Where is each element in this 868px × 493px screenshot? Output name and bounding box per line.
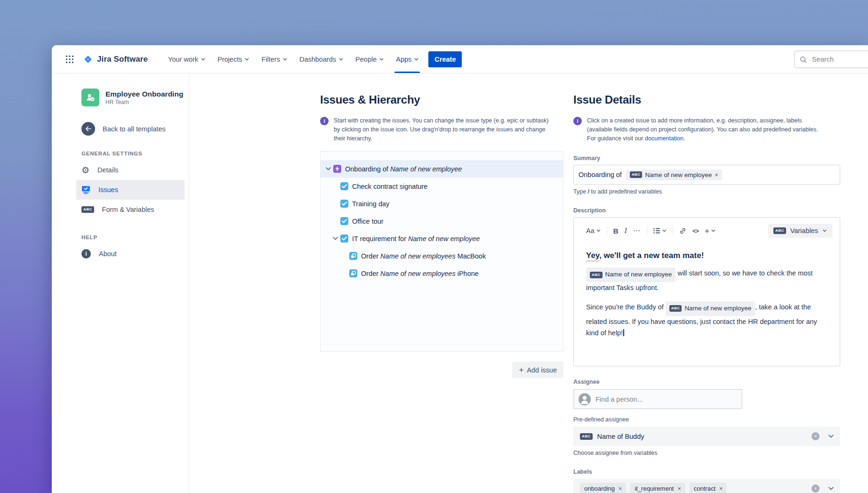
tree-row-it-requirement[interactable]: IT requirement for Name of new employee bbox=[321, 230, 563, 247]
nav-people[interactable]: People bbox=[349, 45, 390, 73]
nav-dashboards[interactable]: Dashboards bbox=[293, 45, 349, 73]
code-button[interactable]: <> bbox=[692, 227, 699, 234]
remove-chip-icon[interactable]: × bbox=[719, 485, 723, 492]
chevron-down-icon[interactable] bbox=[828, 435, 834, 438]
project-avatar-icon bbox=[81, 89, 99, 106]
gear-icon: ⚙ bbox=[81, 166, 89, 175]
text-style-button[interactable]: Aa bbox=[586, 227, 601, 234]
chevron-down-icon bbox=[822, 229, 827, 232]
issue-label: Order Name of new employees MacBook bbox=[361, 252, 486, 260]
remove-chip-icon[interactable]: × bbox=[619, 485, 622, 492]
sidebar-item-about[interactable]: i About bbox=[76, 244, 185, 264]
sidebar-item-issues[interactable]: Issues bbox=[76, 180, 185, 200]
avatar-icon bbox=[579, 393, 591, 405]
tree-row-order-iphone[interactable]: Order Name of new employees iPhone bbox=[321, 265, 563, 282]
nav-dashboards-label: Dashboards bbox=[299, 56, 336, 63]
description-paragraph-1: ABCName of new employee will start soon,… bbox=[586, 267, 828, 294]
abc-badge-icon: ABC bbox=[81, 206, 94, 213]
app-switcher-icon[interactable] bbox=[62, 52, 77, 67]
select-controls: × bbox=[812, 432, 834, 440]
assignee-search-field[interactable]: Find a person... bbox=[573, 389, 742, 409]
epic-icon[interactable] bbox=[333, 165, 341, 173]
issue-label: Onboarding of Name of new employee bbox=[345, 165, 462, 173]
variable-chip[interactable]: ABC Name of new employee × bbox=[626, 170, 722, 180]
task-icon[interactable] bbox=[340, 200, 348, 208]
add-issue-label: Add issue bbox=[527, 366, 557, 374]
paragraph-text: Since you're the Buddy of bbox=[586, 303, 666, 311]
toolbar-divider bbox=[673, 226, 673, 235]
issue-details-section: Issue Details i Click on a created issue… bbox=[573, 73, 840, 493]
label-chip-it-requirement[interactable]: it_requirement × bbox=[630, 483, 685, 493]
insert-button[interactable]: + bbox=[705, 227, 715, 235]
task-icon[interactable] bbox=[340, 234, 348, 242]
search-input[interactable] bbox=[811, 55, 868, 64]
plus-icon: + bbox=[519, 366, 523, 374]
sidebar-item-form-variables[interactable]: ABC Form & Variables bbox=[76, 200, 185, 219]
nav-apps[interactable]: Apps bbox=[390, 45, 425, 73]
variable-chip-label: Name of new employee bbox=[605, 269, 672, 280]
abc-badge-icon: ABC bbox=[630, 171, 643, 178]
chevron-down-icon[interactable] bbox=[324, 167, 332, 170]
select-controls: × bbox=[812, 485, 834, 493]
issues-info-row: i Start with creating the issues. You ca… bbox=[320, 116, 563, 143]
link-button[interactable] bbox=[679, 227, 686, 234]
more-formatting-icon[interactable]: ⋯ bbox=[633, 226, 641, 235]
issue-text: Order bbox=[361, 252, 380, 260]
summary-input[interactable]: Onboarding of ABC Name of new employee × bbox=[573, 165, 840, 185]
issue-text: Office tour bbox=[352, 218, 384, 225]
tree-row-office-tour[interactable]: Office tour bbox=[321, 212, 563, 230]
variable-chip[interactable]: ABCName of new employee bbox=[586, 267, 675, 282]
documentation-link[interactable]: documentation bbox=[645, 135, 683, 142]
nav-filters[interactable]: Filters bbox=[255, 45, 293, 73]
italic-button[interactable]: I bbox=[625, 226, 627, 235]
clear-icon[interactable]: × bbox=[812, 485, 820, 493]
nav-your-work[interactable]: Your work bbox=[162, 45, 211, 73]
tree-row-training-day[interactable]: Training day bbox=[321, 195, 563, 212]
task-icon[interactable] bbox=[340, 182, 348, 190]
details-info-row: i Click on a created issue to add more i… bbox=[573, 116, 840, 143]
chevron-down-icon bbox=[414, 58, 418, 61]
text-cursor bbox=[623, 329, 624, 336]
sidebar-item-details[interactable]: ⚙ Details bbox=[76, 160, 185, 180]
jira-logo[interactable]: Jira Software bbox=[83, 54, 148, 65]
issue-variable: Name of new employees bbox=[380, 270, 456, 277]
project-name: Employee Onboarding bbox=[105, 89, 183, 98]
list-button[interactable] bbox=[653, 228, 667, 234]
plus-icon: + bbox=[705, 227, 709, 235]
chevron-down-icon bbox=[379, 58, 384, 61]
tree-row-order-macbook[interactable]: Order Name of new employees MacBook bbox=[321, 247, 563, 265]
labels-select[interactable]: onboarding × it_requirement × contract × bbox=[573, 479, 840, 493]
issue-text: Training day bbox=[352, 200, 389, 208]
label-chip-onboarding[interactable]: onboarding × bbox=[580, 483, 626, 493]
task-icon[interactable] bbox=[340, 217, 348, 225]
abc-badge-icon: ABC bbox=[580, 433, 593, 440]
summary-helper: Type / to add predefined variables bbox=[573, 188, 840, 195]
back-label: Back to all templates bbox=[103, 125, 166, 133]
create-button[interactable]: Create bbox=[428, 51, 462, 67]
tree-row-onboarding-epic[interactable]: Onboarding of Name of new employee bbox=[321, 160, 563, 178]
variable-chip-label: Name of new employee bbox=[684, 303, 751, 314]
variable-chip[interactable]: ABCName of new employee bbox=[666, 301, 755, 316]
assignee-placeholder: Find a person... bbox=[595, 396, 643, 403]
variables-button[interactable]: ABC Variables bbox=[768, 224, 832, 238]
chevron-down-icon[interactable] bbox=[828, 487, 834, 490]
nav-projects[interactable]: Projects bbox=[211, 45, 255, 73]
subtask-icon[interactable] bbox=[349, 269, 357, 277]
label-chip-contract[interactable]: contract × bbox=[690, 483, 727, 493]
tree-row-check-contract[interactable]: Check contract signature bbox=[321, 178, 563, 195]
project-team: HR Team bbox=[105, 99, 183, 105]
description-content[interactable]: Yey, we'll get a new team mate! ABCName … bbox=[574, 238, 840, 339]
global-search[interactable] bbox=[794, 50, 868, 68]
remove-chip-icon[interactable]: × bbox=[715, 171, 718, 178]
back-to-templates[interactable]: Back to all templates bbox=[81, 122, 185, 136]
remove-chip-icon[interactable]: × bbox=[677, 485, 681, 492]
label-chips: onboarding × it_requirement × contract × bbox=[580, 483, 727, 493]
clear-icon[interactable]: × bbox=[812, 432, 820, 440]
subtask-icon[interactable] bbox=[349, 252, 357, 260]
add-issue-button[interactable]: + Add issue bbox=[512, 362, 563, 378]
predefined-assignee-select[interactable]: ABC Name of Buddy × bbox=[573, 427, 840, 446]
chevron-down-icon[interactable] bbox=[331, 237, 339, 240]
issue-variable: Name of new employee bbox=[408, 235, 480, 242]
bold-button[interactable]: B bbox=[613, 227, 619, 235]
description-editor[interactable]: Aa B I ⋯ bbox=[573, 217, 840, 366]
